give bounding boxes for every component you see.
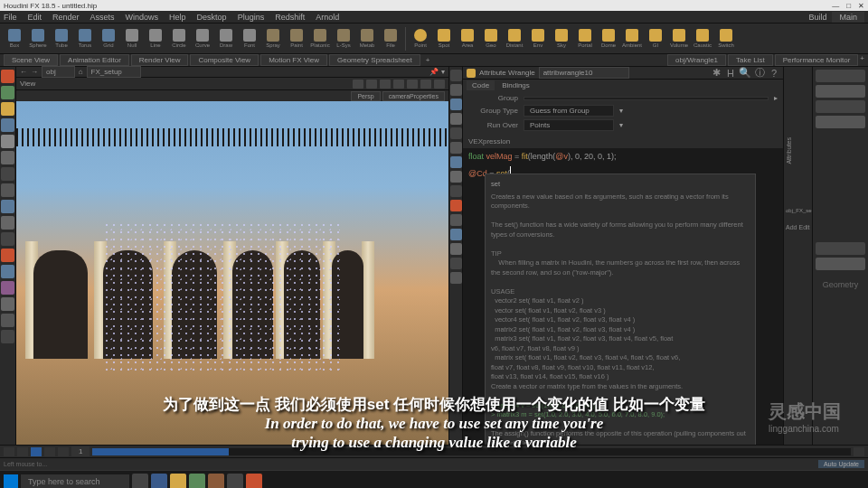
prev-frame-icon[interactable] — [17, 447, 28, 456]
layout-label[interactable]: Build — [808, 13, 826, 22]
frame-number[interactable]: 1 — [71, 446, 90, 456]
shelf-draw[interactable]: Draw — [215, 25, 237, 52]
mb14-icon[interactable] — [450, 258, 462, 269]
vp-tool4-icon[interactable] — [393, 80, 404, 89]
menu-arnold[interactable]: Arnold — [316, 13, 339, 22]
tab-renderview[interactable]: Render View — [131, 54, 189, 66]
shelf-file[interactable]: File — [380, 25, 401, 52]
menu-redshift[interactable]: Redshift — [275, 13, 305, 22]
path-pin-icon[interactable]: 📌 — [429, 68, 439, 76]
flag-icon[interactable]: H — [725, 68, 736, 79]
persp-button[interactable]: Persp — [351, 91, 380, 101]
last-frame-icon[interactable] — [58, 447, 69, 456]
shelf-spray[interactable]: Spray — [262, 25, 284, 52]
gear-icon[interactable]: ✱ — [711, 68, 722, 79]
tool8-icon[interactable] — [1, 183, 14, 197]
shelf-sphere[interactable]: Sphere — [27, 25, 49, 52]
tool17-icon[interactable] — [1, 330, 14, 343]
chevron-down-icon[interactable]: ▾ — [619, 107, 623, 115]
shelf-circle[interactable]: Circle — [168, 25, 190, 52]
vp-tool5-icon[interactable] — [407, 80, 418, 89]
attributes-label[interactable]: Attributes — [786, 128, 810, 174]
net-tool1-icon[interactable] — [816, 70, 865, 82]
move-tool-icon[interactable] — [1, 86, 14, 99]
shelf-spotlight[interactable]: Spot — [433, 25, 455, 52]
taskbar-app5-icon[interactable] — [208, 474, 224, 489]
shelf-box[interactable]: Box — [4, 25, 25, 52]
tool16-icon[interactable] — [1, 314, 14, 327]
group-arrow-icon[interactable]: ▸ — [774, 94, 778, 102]
taskbar-app1-icon[interactable] — [132, 474, 148, 489]
main-label[interactable]: Main — [832, 12, 864, 23]
net-search-icon[interactable] — [816, 242, 865, 255]
menu-render[interactable]: Render — [52, 13, 80, 22]
shelf-env[interactable]: Env — [527, 25, 549, 52]
path-menu-icon[interactable]: ▾ — [441, 68, 445, 76]
shelf-curve[interactable]: Curve — [192, 25, 213, 52]
tool9-icon[interactable] — [1, 200, 14, 213]
shelf-distant[interactable]: Distant — [504, 25, 525, 52]
next-frame-icon[interactable] — [44, 447, 55, 456]
net-zoom-icon[interactable] — [816, 258, 865, 270]
close-icon[interactable]: ✕ — [858, 2, 864, 10]
maximize-icon[interactable]: □ — [846, 2, 851, 10]
net-tool4-icon[interactable] — [816, 116, 865, 128]
windows-start-icon[interactable] — [4, 474, 18, 489]
menu-plugins[interactable]: Plugins — [238, 13, 265, 22]
tab-motionfx[interactable]: Motion FX View — [260, 54, 327, 66]
menu-file[interactable]: File — [4, 13, 17, 22]
mb5-icon[interactable] — [450, 127, 462, 139]
viewport-3d[interactable] — [16, 101, 448, 445]
tab-geosheet[interactable]: Geometry Spreadsheet — [329, 54, 420, 66]
shelf-switch[interactable]: Switch — [715, 25, 737, 52]
lock-icon[interactable] — [1, 167, 14, 181]
vp-tool7-icon[interactable] — [434, 80, 445, 89]
tab-perfmon[interactable]: Performance Monitor — [775, 54, 859, 66]
shelf-caustic[interactable]: Caustic — [692, 25, 713, 52]
shelf-lsys[interactable]: L-Sys — [333, 25, 354, 52]
mb15-icon[interactable] — [450, 272, 462, 284]
mb13-icon[interactable] — [450, 243, 462, 255]
shelf-torus[interactable]: Torus — [74, 25, 96, 52]
shelf-platonic[interactable]: Platonic — [309, 25, 331, 52]
shelf-font[interactable]: Font — [239, 25, 260, 52]
back-icon[interactable]: ← — [20, 68, 27, 76]
rotate-tool-icon[interactable] — [1, 102, 14, 116]
loop-icon[interactable] — [854, 447, 864, 456]
tool11-icon[interactable] — [1, 232, 14, 246]
taskbar-app4-icon[interactable] — [189, 474, 205, 489]
runover-select[interactable]: Points — [524, 119, 614, 131]
node-name-input[interactable] — [539, 67, 629, 79]
taskbar-app2-icon[interactable] — [151, 474, 167, 489]
fwd-icon[interactable]: → — [31, 68, 38, 76]
vex-code-editor[interactable]: float velMag = fit(length(@v), 0, 20, 0,… — [463, 148, 783, 445]
path-obj[interactable]: obj — [42, 66, 75, 78]
net-tool2-icon[interactable] — [816, 85, 865, 98]
wire-icon[interactable] — [450, 99, 462, 110]
gtype-select[interactable]: Guess from Group — [524, 105, 614, 117]
shelf-dome[interactable]: Dome — [598, 25, 619, 52]
first-frame-icon[interactable] — [4, 447, 14, 456]
tool14-icon[interactable] — [1, 281, 14, 295]
shelf-line[interactable]: Line — [145, 25, 166, 52]
net-tool3-icon[interactable] — [816, 100, 865, 113]
shelf-arealight[interactable]: Area — [457, 25, 478, 52]
shelf-grid[interactable]: Grid — [98, 25, 119, 52]
tab-composite[interactable]: Composite View — [190, 54, 259, 66]
add-button[interactable]: Add — [786, 224, 797, 230]
mb8-icon[interactable] — [450, 171, 462, 183]
shelf-portal[interactable]: Portal — [574, 25, 596, 52]
shelf-sky[interactable]: Sky — [551, 25, 572, 52]
group-input[interactable] — [524, 97, 769, 100]
tool10-icon[interactable] — [1, 216, 14, 230]
menu-help[interactable]: Help — [169, 13, 186, 22]
path-fx[interactable]: FX_setup — [87, 66, 141, 78]
tab-code[interactable]: Code — [467, 80, 495, 90]
menu-assets[interactable]: Assets — [90, 13, 115, 22]
menu-windows[interactable]: Windows — [126, 13, 159, 22]
tab-bindings[interactable]: Bindings — [496, 80, 535, 90]
vp-tool2-icon[interactable] — [366, 80, 377, 89]
taskbar-app3-icon[interactable] — [170, 474, 186, 489]
taskbar-search[interactable]: Type here to search — [21, 474, 129, 489]
shelf-tube[interactable]: Tube — [51, 25, 72, 52]
